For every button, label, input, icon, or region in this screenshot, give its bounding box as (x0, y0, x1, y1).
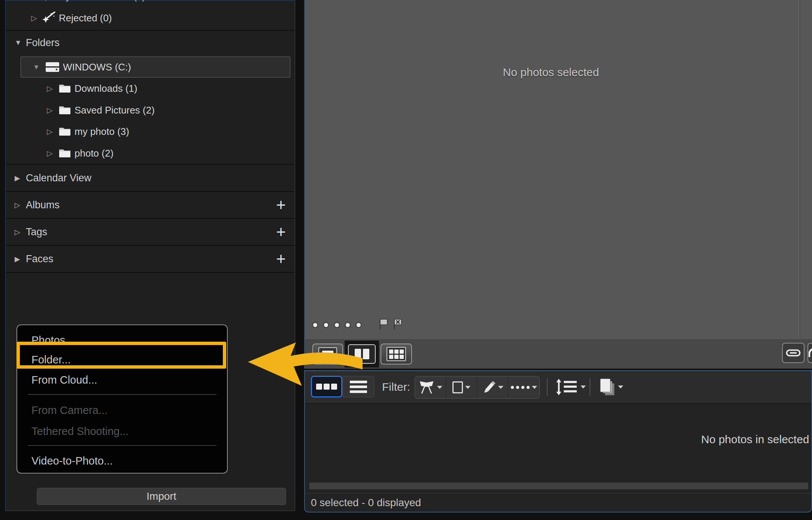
menu-item-video-to-photo[interactable]: Video-to-Photo... (31, 452, 219, 470)
section-tags[interactable]: ▷ Tags + (6, 219, 295, 245)
filter-label-shape-button[interactable] (446, 377, 477, 398)
tree-item-saved-pictures[interactable]: ▷ Saved Pictures (2) (6, 99, 295, 121)
horizontal-scrollbar[interactable] (309, 483, 808, 489)
tree-item-label: WINDOWS (C:) (63, 61, 131, 73)
filter-more-button[interactable] (508, 377, 539, 398)
browser-empty-message: No photos in selected (701, 433, 809, 446)
section-calendar-view[interactable]: ▶ Calendar View (6, 165, 295, 191)
section-label: Calendar View (26, 172, 91, 184)
pencil-icon (482, 380, 496, 394)
dropdown-arrow-icon (437, 386, 442, 389)
caret-icon[interactable]: ▷ (45, 149, 55, 158)
rating-dot[interactable] (313, 323, 317, 327)
rating-dot[interactable] (357, 323, 361, 327)
add-album-button[interactable]: + (276, 197, 286, 213)
caret-icon[interactable]: ▷ (15, 228, 26, 236)
rotate-arrow-icon (809, 347, 812, 359)
section-albums[interactable]: ▷ Albums + (6, 192, 295, 218)
caret-icon[interactable]: ▷ (45, 84, 55, 93)
menu-item-from-cloud[interactable]: From Cloud... (31, 371, 219, 389)
dual-pane-icon (363, 349, 369, 359)
caret-down-icon[interactable]: ▼ (31, 63, 42, 71)
filter-button-group (415, 376, 540, 399)
folder-icon (55, 84, 75, 93)
dropdown-arrow-icon (581, 386, 586, 389)
tree-item-label: Saved Pictures (2) (75, 105, 155, 116)
dropdown-arrow-icon (465, 386, 470, 389)
tree-item-downloads[interactable]: ▷ Downloads (1) (6, 78, 295, 99)
tree-item-label: Rejected (0) (59, 12, 112, 24)
flag-reject-icon[interactable] (392, 318, 403, 332)
filter-label: Filter: (382, 371, 410, 403)
preview-view-toolbar (305, 339, 812, 369)
rotate-button-cutoff[interactable] (808, 343, 812, 363)
section-label: Folders (26, 37, 60, 49)
add-tag-button[interactable]: + (276, 224, 286, 240)
menu-item-tethered-shooting: Tethered Shooting... (31, 422, 219, 440)
link-button[interactable] (782, 343, 805, 363)
preview-empty-message: No photos selected (305, 66, 797, 79)
flag-pick-icon[interactable] (378, 318, 389, 332)
wand-icon (39, 12, 59, 24)
filter-edited-button[interactable] (477, 377, 508, 398)
tree-item-cyberlink-cloud[interactable]: ▷ CyberLink Cloud (0) (6, 0, 295, 7)
section-label: Tags (26, 226, 47, 238)
caret-down-icon[interactable]: ▼ (15, 39, 26, 47)
caret-icon[interactable]: ▷ (29, 13, 39, 22)
section-faces[interactable]: ▶ Faces + (6, 246, 295, 272)
folder-icon (55, 148, 75, 158)
preview-scrollbar-divider (799, 0, 800, 339)
filter-flags-button[interactable] (415, 377, 446, 398)
square-outline-icon (452, 381, 463, 393)
menu-separator (28, 445, 216, 446)
caret-icon[interactable]: ▷ (29, 0, 39, 1)
section-folders[interactable]: ▼ Folders (6, 31, 295, 55)
section-label: Faces (26, 253, 54, 265)
tree-item-label: photo (2) (75, 148, 113, 159)
photo-browser-pane: Filter: (304, 370, 812, 513)
wand-icon (39, 0, 59, 3)
sort-order-button[interactable] (555, 376, 586, 398)
dropdown-arrow-icon (618, 386, 623, 389)
crossed-flags-icon (418, 381, 435, 394)
caret-icon[interactable]: ▶ (15, 174, 26, 182)
toolbar-separator (590, 378, 590, 396)
photo-preview-pane: No photos selected (304, 0, 812, 369)
section-label: Albums (26, 199, 60, 211)
rating-flag-row (313, 319, 403, 330)
drive-icon (42, 62, 63, 72)
stacked-pages-icon (598, 377, 616, 397)
import-button[interactable]: Import (37, 488, 286, 505)
tree-item-photo[interactable]: ▷ photo (2) (6, 142, 295, 164)
dropdown-arrow-icon (532, 386, 537, 389)
chain-link-icon (786, 348, 801, 357)
tree-item-label: my photo (3) (75, 126, 129, 137)
add-face-button[interactable]: + (276, 251, 286, 267)
tree-item-rejected[interactable]: ▷ Rejected (0) (6, 7, 295, 29)
caret-icon[interactable]: ▷ (45, 106, 55, 115)
folder-icon (55, 127, 75, 136)
folder-icon (55, 105, 75, 115)
annotation-arrow (243, 338, 363, 387)
rating-dot[interactable] (335, 323, 339, 327)
caret-icon[interactable]: ▷ (45, 127, 55, 136)
tree-item-windows-drive[interactable]: ▼ WINDOWS (C:) (21, 57, 290, 78)
menu-separator (28, 394, 216, 395)
status-divider (305, 493, 811, 493)
caret-icon[interactable]: ▷ (15, 201, 26, 209)
sort-icon (555, 378, 578, 396)
tree-item-my-photo[interactable]: ▷ my photo (3) (6, 121, 295, 142)
selection-status-text: 0 selected - 0 displayed (311, 495, 421, 511)
caret-icon[interactable]: ▶ (15, 255, 26, 263)
stack-photos-button[interactable] (598, 376, 623, 398)
section-divider (6, 272, 295, 273)
annotation-highlight-box (16, 342, 226, 369)
browser-filter-toolbar: Filter: (305, 371, 811, 404)
rating-dot[interactable] (324, 323, 328, 327)
tree-item-label: CyberLink Cloud (0) (59, 0, 145, 2)
grid-icon (387, 347, 406, 361)
dropdown-arrow-icon (498, 386, 503, 389)
toolbar-separator (547, 378, 548, 396)
grid-view-button[interactable] (381, 344, 412, 365)
rating-dot[interactable] (346, 323, 350, 327)
